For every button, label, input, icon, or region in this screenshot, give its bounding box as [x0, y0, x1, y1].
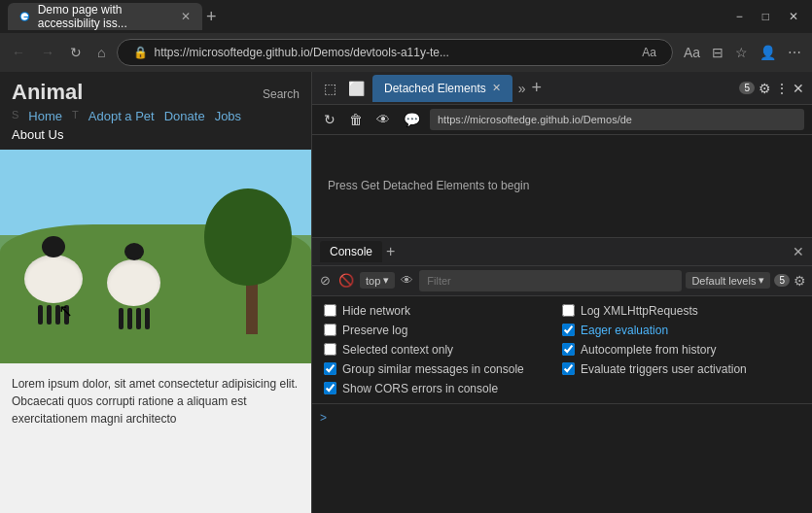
- dt-delete-icon[interactable]: 🗑: [345, 109, 367, 130]
- sheep-legs-1: [24, 305, 83, 325]
- settings-left-col: Hide network Preserve log Selected conte…: [324, 304, 562, 395]
- collections-icon[interactable]: ⊟: [709, 42, 726, 63]
- inspect-icon[interactable]: ⬚: [320, 78, 340, 99]
- nav-adopt[interactable]: Adopt a Pet: [88, 109, 155, 123]
- site-content: Lorem ipsum dolor, sit amet consectetur …: [0, 363, 311, 439]
- group-similar-row: Group similar messages in console: [324, 362, 562, 376]
- console-filter-bar: ⊘ 🚫 top ▾ 👁 Default levels ▾ 5 ⚙: [312, 266, 812, 296]
- console-error-badge: 5: [774, 274, 790, 287]
- console-eye-icon[interactable]: 👁: [399, 271, 415, 290]
- eval-triggers-row: Evaluate triggers user activation: [562, 362, 800, 376]
- devtools-more-icon[interactable]: ⋮: [775, 81, 789, 96]
- nav-jobs[interactable]: Jobs: [215, 109, 241, 123]
- website-panel: Animal Search S Home T Adopt a Pet Donat…: [0, 72, 311, 513]
- more-tabs-icon[interactable]: »: [518, 81, 526, 96]
- profile-icon[interactable]: 👤: [757, 42, 779, 63]
- sheep-head-1: [42, 236, 65, 257]
- sheep-head-2: [124, 243, 144, 260]
- group-similar-checkbox[interactable]: [324, 362, 336, 375]
- site-title: Animal: [12, 80, 83, 105]
- console-add-tab-icon[interactable]: +: [386, 243, 395, 260]
- search-link[interactable]: Search: [263, 87, 300, 101]
- levels-arrow-icon: ▾: [759, 274, 764, 287]
- more-icon[interactable]: ⋯: [785, 42, 804, 63]
- console-filter-icon[interactable]: 🚫: [336, 271, 356, 290]
- refresh-button[interactable]: ↻: [66, 41, 86, 64]
- tab-label: Demo page with accessibility iss...: [38, 3, 173, 30]
- dt-eye-icon[interactable]: 👁: [372, 109, 394, 130]
- eval-triggers-checkbox[interactable]: [562, 362, 575, 375]
- back-button[interactable]: ←: [8, 41, 29, 64]
- title-bar: Demo page with accessibility iss... ✕ + …: [0, 0, 812, 33]
- address-input[interactable]: 🔒 https://microsoftedge.github.io/Demos/…: [117, 39, 672, 66]
- preserve-log-label: Preserve log: [342, 324, 407, 337]
- console-filter-input[interactable]: [419, 270, 682, 291]
- detached-tab-close-icon[interactable]: ✕: [492, 82, 501, 94]
- detached-placeholder: Press Get Detached Elements to begin: [312, 135, 812, 237]
- eager-eval-row: Eager evaluation: [562, 324, 800, 337]
- nav-about[interactable]: About Us: [12, 127, 300, 142]
- close-button[interactable]: ✕: [783, 8, 804, 25]
- console-tab[interactable]: Console: [320, 241, 382, 262]
- read-aloud-icon[interactable]: Aa: [681, 42, 703, 63]
- leg: [38, 305, 43, 325]
- detached-elements-tab[interactable]: Detached Elements ✕: [372, 75, 512, 102]
- nav-donate[interactable]: Donate: [164, 109, 205, 123]
- eager-eval-checkbox[interactable]: [562, 324, 575, 336]
- favorites-icon[interactable]: ☆: [732, 42, 751, 63]
- console-settings-icon[interactable]: ⚙: [794, 273, 806, 289]
- home-button[interactable]: ⌂: [93, 41, 109, 64]
- settings-right-col: Log XMLHttpRequests Eager evaluation Aut…: [562, 304, 800, 395]
- leg: [119, 308, 124, 329]
- lock-icon: 🔒: [133, 46, 148, 59]
- levels-label: Default levels: [691, 275, 756, 287]
- console-block-icon[interactable]: ⊘: [318, 271, 333, 290]
- url-text: https://microsoftedge.github.io/Demos/de…: [154, 46, 636, 59]
- tree-leaves: [204, 188, 292, 286]
- reader-view-icon: Aa: [642, 46, 656, 59]
- preserve-log-row: Preserve log: [324, 324, 562, 337]
- autocomplete-checkbox[interactable]: [562, 343, 575, 356]
- console-prompt[interactable]: >: [320, 411, 327, 425]
- selected-context-checkbox[interactable]: [324, 343, 336, 356]
- console-close-icon[interactable]: ✕: [793, 244, 804, 259]
- preserve-log-checkbox[interactable]: [324, 324, 336, 336]
- log-xmlhttp-label: Log XMLHttpRequests: [581, 304, 698, 318]
- dt-chat-icon[interactable]: 💬: [400, 109, 424, 130]
- devtools-panel: ⬚ ⬜ Detached Elements ✕ » + 5 ⚙ ⋮ ✕ ↻ 🗑 …: [311, 72, 812, 513]
- tab-close-icon[interactable]: ✕: [181, 10, 191, 23]
- minimize-button[interactable]: −: [730, 8, 749, 25]
- detached-refresh-bar: ↻ 🗑 👁 💬: [312, 105, 812, 135]
- dt-refresh-icon[interactable]: ↻: [320, 109, 339, 130]
- new-tab-button[interactable]: +: [206, 7, 217, 27]
- group-similar-label: Group similar messages in console: [342, 362, 524, 376]
- window-controls: − □ ✕: [730, 8, 804, 25]
- console-tab-bar: Console + ✕: [312, 237, 812, 266]
- dt-url-input[interactable]: [430, 109, 804, 130]
- devtools-close-icon[interactable]: ✕: [793, 81, 804, 96]
- sheep-1: [24, 241, 83, 325]
- tab-area: Demo page with accessibility iss... ✕ +: [8, 3, 724, 30]
- site-nav: S Home T Adopt a Pet Donate Jobs: [12, 109, 300, 123]
- sheep-legs-2: [107, 308, 160, 329]
- nav-home[interactable]: Home: [28, 109, 62, 123]
- devtools-settings-icon[interactable]: ⚙: [759, 81, 771, 96]
- console-levels-selector[interactable]: Default levels ▾: [686, 272, 770, 289]
- show-cors-row: Show CORS errors in console: [324, 382, 562, 395]
- console-settings-panel: Hide network Preserve log Selected conte…: [312, 296, 812, 404]
- leg: [47, 305, 52, 325]
- add-tab-icon[interactable]: +: [532, 78, 543, 98]
- forward-button[interactable]: →: [37, 41, 58, 64]
- log-xmlhttp-checkbox[interactable]: [562, 304, 575, 317]
- show-cors-checkbox[interactable]: [324, 382, 336, 394]
- body-text: Lorem ipsum dolor, sit amet consectetur …: [12, 375, 300, 428]
- active-tab[interactable]: Demo page with accessibility iss... ✕: [8, 3, 202, 30]
- maximize-button[interactable]: □: [757, 8, 775, 25]
- device-icon[interactable]: ⬜: [344, 78, 369, 99]
- hide-network-checkbox[interactable]: [324, 304, 336, 317]
- address-bar: ← → ↻ ⌂ 🔒 https://microsoftedge.github.i…: [0, 33, 812, 72]
- hide-network-label: Hide network: [342, 304, 410, 318]
- leg: [127, 308, 132, 329]
- console-context-selector[interactable]: top ▾: [360, 272, 395, 289]
- sheep-body-1: [24, 255, 83, 303]
